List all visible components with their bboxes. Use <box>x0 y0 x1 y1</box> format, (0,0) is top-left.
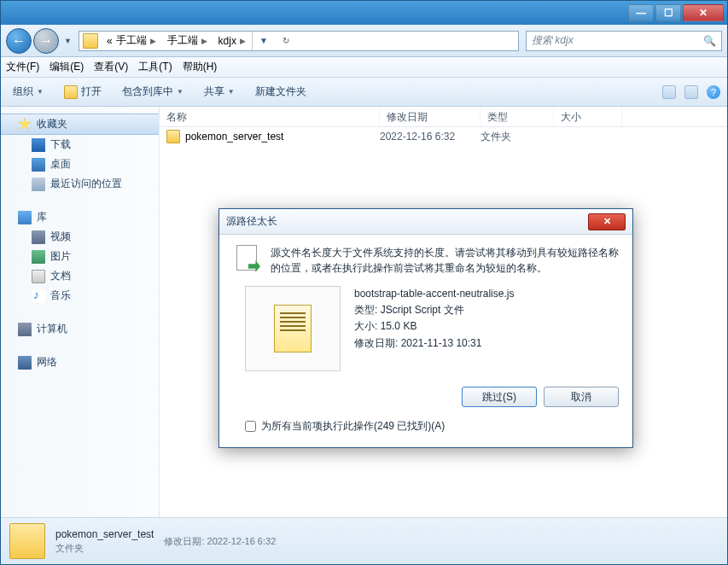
computer-icon <box>18 323 32 336</box>
document-icon <box>32 270 45 283</box>
sidebar-item-video[interactable]: 视频 <box>1 227 159 247</box>
statusbar-folder-icon <box>9 523 45 559</box>
search-icon: 🔍 <box>703 35 716 47</box>
script-icon <box>274 305 312 352</box>
menu-tools[interactable]: 工具(T) <box>138 60 172 74</box>
apply-all-checkbox[interactable]: 为所有当前项执行此操作(249 已找到)(A) <box>233 419 619 434</box>
file-row[interactable]: pokemon_server_test 2022-12-16 6:32 文件夹 <box>160 127 727 146</box>
recent-icon <box>32 178 45 191</box>
dialog-close-button[interactable]: ✕ <box>588 213 626 230</box>
dlg-file-type: JScript Script 文件 <box>381 304 464 316</box>
error-dialog: 源路径太长 ✕ 源文件名长度大于文件系统支持的长度。请尝试将其移动到具有较短路径… <box>218 208 633 448</box>
col-size[interactable]: 大小 <box>554 107 622 126</box>
tb-organize[interactable]: 组织▼ <box>8 81 49 102</box>
apply-all-input[interactable] <box>245 421 256 432</box>
sb-date-label: 修改日期: <box>164 536 204 546</box>
search-box[interactable]: 搜索 kdjx 🔍 <box>526 31 722 51</box>
sidebar-network[interactable]: 网络 <box>1 352 159 372</box>
skip-button[interactable]: 跳过(S) <box>462 387 537 407</box>
sb-name: pokemon_server_test <box>55 528 154 540</box>
sb-type: 文件夹 <box>55 542 154 555</box>
back-button[interactable]: ← <box>6 28 32 54</box>
move-icon <box>233 245 260 272</box>
menu-view[interactable]: 查看(V) <box>94 60 128 74</box>
crumb-2[interactable]: kdjx <box>218 35 236 47</box>
sidebar-item-downloads[interactable]: 下载 <box>1 135 159 154</box>
file-info: bootstrap-table-accent-neutralise.js 类型:… <box>354 286 514 352</box>
statusbar: pokemon_server_test 文件夹 修改日期: 2022-12-16… <box>1 517 727 564</box>
history-dropdown[interactable]: ▼ <box>61 37 75 45</box>
star-icon <box>18 118 32 131</box>
menu-edit[interactable]: 编辑(E) <box>50 60 84 74</box>
toolbar: 组织▼ 打开 包含到库中▼ 共享▼ 新建文件夹 ? <box>1 78 727 107</box>
file-date: 2022-12-16 6:32 <box>380 131 480 143</box>
crumb-0[interactable]: 手工端 <box>116 33 147 48</box>
dialog-titlebar: 源路径太长 ✕ <box>219 209 632 235</box>
col-type[interactable]: 类型 <box>480 107 554 126</box>
preview-pane-icon[interactable] <box>684 85 698 99</box>
tb-share[interactable]: 共享▼ <box>199 81 240 102</box>
titlebar: — ☐ ✕ <box>1 1 727 25</box>
crumb-1[interactable]: 手工端 <box>167 33 198 48</box>
sidebar-computer[interactable]: 计算机 <box>1 319 159 339</box>
sidebar-item-desktop[interactable]: 桌面 <box>1 154 159 174</box>
close-button[interactable]: ✕ <box>683 4 724 21</box>
view-options-icon[interactable] <box>662 85 676 99</box>
minimize-button[interactable]: — <box>628 4 654 21</box>
dlg-file-name: bootstrap-table-accent-neutralise.js <box>354 286 514 302</box>
checkbox-label: 为所有当前项执行此操作(249 已找到)(A) <box>261 419 445 434</box>
video-icon <box>32 230 45 244</box>
col-name[interactable]: 名称 <box>160 107 380 126</box>
sidebar-libraries[interactable]: 库 <box>1 207 159 227</box>
menubar: 文件(F) 编辑(E) 查看(V) 工具(T) 帮助(H) <box>1 57 727 78</box>
sb-date: 2022-12-16 6:32 <box>207 536 277 546</box>
folder-icon <box>166 130 180 143</box>
col-date[interactable]: 修改日期 <box>380 107 480 126</box>
tb-newfolder[interactable]: 新建文件夹 <box>250 81 312 102</box>
dlg-file-size: 15.0 KB <box>381 320 417 332</box>
folder-icon <box>83 33 98 49</box>
refresh-button[interactable]: ↻ <box>275 32 297 50</box>
file-preview-icon <box>245 286 341 371</box>
help-icon[interactable]: ? <box>707 85 720 99</box>
maximize-button[interactable]: ☐ <box>655 4 681 21</box>
address-dropdown[interactable]: ▼ <box>253 32 275 50</box>
column-headers: 名称 修改日期 类型 大小 <box>160 107 727 127</box>
network-icon <box>18 356 32 370</box>
cancel-button[interactable]: 取消 <box>544 387 619 407</box>
address-bar[interactable]: « 手工端▶ 手工端▶ kdjx▶ ▼ ↻ <box>79 31 519 51</box>
forward-button[interactable]: → <box>33 28 59 54</box>
tb-open[interactable]: 打开 <box>59 81 107 102</box>
tb-include[interactable]: 包含到库中▼ <box>117 81 189 102</box>
menu-help[interactable]: 帮助(H) <box>183 60 218 74</box>
menu-file[interactable]: 文件(F) <box>6 60 39 74</box>
dialog-title: 源路径太长 <box>226 214 277 229</box>
open-icon <box>64 85 78 99</box>
sidebar-item-pictures[interactable]: 图片 <box>1 247 159 266</box>
navbar: ← → ▼ « 手工端▶ 手工端▶ kdjx▶ ▼ ↻ 搜索 kdjx 🔍 <box>1 25 727 57</box>
sidebar-item-recent[interactable]: 最近访问的位置 <box>1 174 159 194</box>
dialog-message: 源文件名长度大于文件系统支持的长度。请尝试将其移动到具有较短路径名称的位置，或者… <box>271 245 619 276</box>
sidebar: 收藏夹 下载 桌面 最近访问的位置 库 视频 图片 文档 音乐 计算机 网络 <box>1 107 160 517</box>
file-name: pokemon_server_test <box>185 131 283 143</box>
download-icon <box>32 138 45 152</box>
sidebar-item-music[interactable]: 音乐 <box>1 286 159 306</box>
music-icon <box>32 289 45 303</box>
file-type: 文件夹 <box>480 130 554 144</box>
desktop-icon <box>32 158 45 172</box>
sidebar-item-documents[interactable]: 文档 <box>1 266 159 286</box>
dlg-file-date: 2021-11-13 10:31 <box>401 337 482 349</box>
library-icon <box>18 211 32 224</box>
picture-icon <box>32 250 45 264</box>
search-placeholder: 搜索 kdjx <box>532 33 574 48</box>
crumb-prefix: « <box>107 35 113 47</box>
sidebar-favorites[interactable]: 收藏夹 <box>1 114 159 135</box>
